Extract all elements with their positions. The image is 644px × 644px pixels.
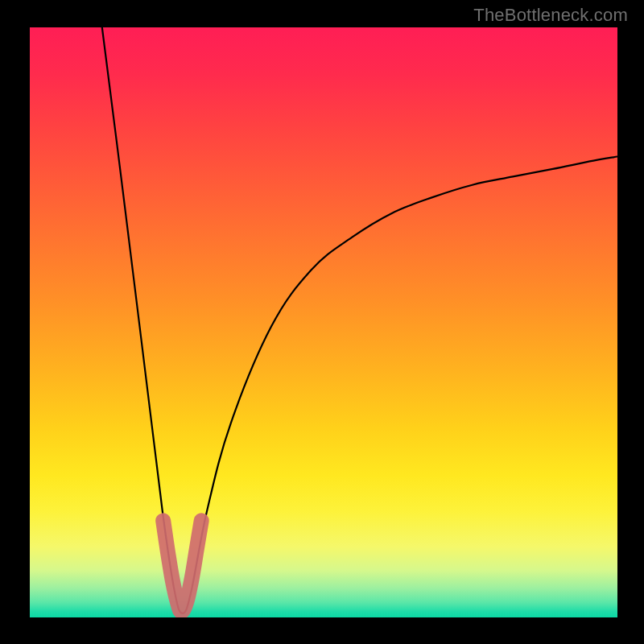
watermark-text: TheBottleneck.com xyxy=(473,5,628,26)
plot-area xyxy=(30,27,617,617)
valley-highlight xyxy=(163,521,202,612)
bottleneck-curve xyxy=(102,27,617,613)
curve-svg xyxy=(30,27,617,617)
chart-frame: TheBottleneck.com xyxy=(0,0,644,644)
